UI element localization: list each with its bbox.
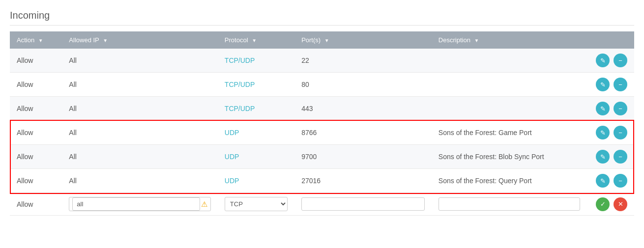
table-row: Allow All TCP/UDP 443 ✎ − [10,97,634,121]
cell-ports: 9700 [294,145,432,169]
protocol-select[interactable]: TCPUDPTCP/UDPICMP [225,197,288,211]
cell-action: Allow [10,73,62,97]
table-header-row: Action ▼ Allowed IP ▼ Protocol ▼ Port(s)… [10,31,634,49]
cell-description: Sons of the Forest: Query Port [432,169,587,193]
description-input[interactable] [439,197,580,211]
edit-button[interactable]: ✎ [596,54,610,67]
table-row: Allow All UDP 27016 Sons of the Forest: … [10,169,634,193]
edit-button[interactable]: ✎ [596,102,610,115]
cell-description: Sons of the Forest: Game Port [432,121,587,145]
cell-action: Allow [10,49,62,73]
cell-allowed-ip: All [62,121,217,145]
input-row-actions: ✓ ✕ [587,193,634,216]
page-title: Incoming [10,10,634,26]
cell-protocol: UDP [218,169,294,193]
cell-protocol: TCP/UDP [218,73,294,97]
col-ports[interactable]: Port(s) ▼ [294,31,432,49]
remove-button[interactable]: − [614,54,627,67]
cell-protocol: UDP [218,121,294,145]
cell-allowed-ip: All [62,49,217,73]
edit-button[interactable]: ✎ [596,78,610,91]
cell-protocol: TCP/UDP [218,49,294,73]
cell-allowed-ip: All [62,73,217,97]
remove-button[interactable]: − [614,102,627,115]
table-row: Allow All UDP 9700 Sons of the Forest: B… [10,145,634,169]
table-row: Allow All TCP/UDP 80 ✎ − [10,73,634,97]
cell-row-actions: ✎ − [587,97,634,121]
ports-input[interactable] [301,197,425,211]
cell-description [432,49,587,73]
cell-action: Allow [10,97,62,121]
col-action[interactable]: Action ▼ [10,31,62,49]
sort-ports-icon: ▼ [324,38,329,43]
input-protocol-cell: TCPUDPTCP/UDPICMP [218,193,294,216]
edit-button[interactable]: ✎ [596,174,610,188]
cell-protocol: UDP [218,145,294,169]
cell-action: Allow [10,121,62,145]
remove-button[interactable]: − [614,174,627,188]
cell-description: Sons of the Forest: Blob Sync Port [432,145,587,169]
sort-action-icon: ▼ [38,38,43,43]
remove-button[interactable]: − [614,78,627,91]
input-ports-cell [294,193,432,216]
sort-allowed-ip-icon: ▼ [103,38,108,43]
col-protocol[interactable]: Protocol ▼ [218,31,294,49]
cell-row-actions: ✎ − [587,121,634,145]
remove-button[interactable]: − [614,126,627,139]
input-allowed-ip-cell: ⚠ [62,193,217,216]
cell-description [432,73,587,97]
cell-description [432,97,587,121]
sort-protocol-icon: ▼ [252,38,257,43]
confirm-button[interactable]: ✓ [596,197,610,211]
cell-action: Allow [10,145,62,169]
sort-description-icon: ▼ [474,38,479,43]
cell-ports: 22 [294,49,432,73]
cell-allowed-ip: All [62,97,217,121]
col-allowed-ip[interactable]: Allowed IP ▼ [62,31,217,49]
input-action-label: Allow [10,193,62,216]
cell-allowed-ip: All [62,145,217,169]
cancel-button[interactable]: ✕ [614,197,627,211]
warning-icon: ⚠ [201,200,207,209]
cell-row-actions: ✎ − [587,145,634,169]
cell-ports: 8766 [294,121,432,145]
cell-ports: 27016 [294,169,432,193]
edit-button[interactable]: ✎ [596,150,610,164]
cell-ports: 80 [294,73,432,97]
edit-button[interactable]: ✎ [596,126,610,139]
col-actions-header [587,31,634,49]
input-description-cell [432,193,587,216]
cell-row-actions: ✎ − [587,169,634,193]
input-row: Allow ⚠ TCPUDPTCP/UDPICMP ✓ ✕ [10,193,634,216]
firewall-rules-table: Action ▼ Allowed IP ▼ Protocol ▼ Port(s)… [10,31,634,216]
cell-ports: 443 [294,97,432,121]
allowed-ip-input[interactable] [72,197,200,211]
cell-row-actions: ✎ − [587,73,634,97]
cell-action: Allow [10,169,62,193]
remove-button[interactable]: − [614,150,627,164]
cell-row-actions: ✎ − [587,49,634,73]
cell-allowed-ip: All [62,169,217,193]
cell-protocol: TCP/UDP [218,97,294,121]
table-row: Allow All UDP 8766 Sons of the Forest: G… [10,121,634,145]
table-row: Allow All TCP/UDP 22 ✎ − [10,49,634,73]
col-description[interactable]: Description ▼ [432,31,587,49]
